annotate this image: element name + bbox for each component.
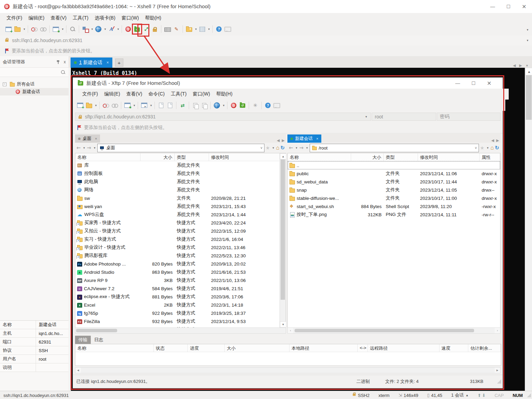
compose-button[interactable]: ✎ bbox=[172, 24, 181, 34]
file-row[interactable]: RPAxure RP 93KB快捷方式2022/1/10, 13:06 bbox=[75, 276, 286, 284]
layout-dropdown-icon[interactable]: ▾ bbox=[90, 27, 94, 31]
local-path-dropdown-icon[interactable]: ˅ bbox=[260, 146, 262, 150]
tree-expander-icon[interactable]: − bbox=[3, 82, 7, 86]
column-header-4[interactable]: 属性 bbox=[480, 153, 500, 161]
copy-alt-button[interactable] bbox=[200, 101, 209, 110]
menu-item-1[interactable]: 编辑(E) bbox=[25, 13, 48, 23]
xftp-close-icon[interactable]: ✕ bbox=[481, 78, 497, 89]
xftp-hscroll-right-icon[interactable]: ► bbox=[495, 368, 500, 373]
xshell-button[interactable]: @ bbox=[124, 24, 133, 34]
terminal-scrollbar[interactable]: ▲ bbox=[525, 68, 532, 391]
refresh-icon[interactable]: ↻ bbox=[495, 145, 499, 151]
menu-item-3[interactable]: 工具(T) bbox=[70, 13, 91, 23]
remote-hscroll-left-icon[interactable]: ‹ bbox=[288, 328, 293, 333]
menu-item-0[interactable]: 文件(F) bbox=[3, 13, 25, 23]
sidebar-item-all-sessions[interactable]: −所有会话 bbox=[0, 80, 69, 88]
favorites-icon[interactable]: ★ bbox=[480, 145, 484, 151]
address-dropdown-icon[interactable]: ▾ bbox=[526, 39, 529, 42]
lock-button[interactable] bbox=[150, 24, 159, 34]
file-row[interactable]: .. bbox=[288, 161, 500, 169]
file-row[interactable]: sw文件夹2020/8/28, 21:21 bbox=[75, 194, 286, 202]
local-vscrollbar[interactable]: ▲ ▼ bbox=[280, 153, 286, 327]
file-row[interactable]: PsAdobe Photoshop ...820 Bytes快捷方式2020/9… bbox=[75, 260, 286, 268]
remote-tab-close-icon[interactable]: × bbox=[316, 137, 318, 141]
help-button[interactable]: ? bbox=[214, 24, 223, 34]
column-header-2[interactable]: 类型 bbox=[175, 153, 209, 161]
file-row[interactable]: stable-diffusion-we...文件夹2023/10/17, 11:… bbox=[288, 194, 500, 202]
settings-gear-button[interactable]: ✳ bbox=[251, 101, 260, 110]
column-header-2[interactable]: 类型 bbox=[384, 153, 418, 161]
file-row[interactable]: public文件夹2023/12/14, 11:06drwxr-x bbox=[288, 169, 500, 178]
local-tab-close-icon[interactable]: × bbox=[95, 137, 97, 141]
transfer-column-6[interactable]: 远程路径 bbox=[368, 344, 440, 352]
grid-dropdown-icon[interactable]: ▾ bbox=[207, 27, 211, 31]
column-header-3[interactable]: 修改时间 bbox=[418, 153, 480, 161]
tab-list-icon[interactable]: ▼ bbox=[525, 64, 529, 68]
xftp-minimize-icon[interactable]: — bbox=[450, 78, 466, 89]
file-row[interactable]: snap文件夹2023/12/14, 11:05drwx-- bbox=[288, 186, 500, 194]
panel-close-icon[interactable]: x bbox=[64, 60, 66, 64]
grid-button[interactable] bbox=[198, 24, 207, 34]
new-tab-button[interactable]: + bbox=[115, 59, 123, 67]
open-folder-dropdown-icon[interactable]: ▾ bbox=[94, 104, 98, 107]
xftp-button[interactable]: ↺ bbox=[133, 24, 141, 34]
status-session-count[interactable]: 1 会话▲ bbox=[451, 392, 469, 398]
status-terminal-type[interactable]: xterm bbox=[379, 393, 390, 398]
local-scroll-up-icon[interactable]: ▲ bbox=[280, 153, 286, 159]
sidebar-splitter[interactable] bbox=[69, 68, 71, 391]
local-hscrollbar[interactable] bbox=[75, 327, 286, 334]
reconnect-button[interactable] bbox=[110, 101, 119, 110]
pin-icon[interactable] bbox=[56, 60, 60, 64]
transfer-column-4[interactable]: 本地路径 bbox=[289, 344, 358, 352]
file-row[interactable]: ↗腾讯影视库快捷方式2022/5/23, 12:30 bbox=[75, 252, 286, 260]
username-field[interactable]: root bbox=[372, 113, 436, 121]
back-dropdown-icon[interactable]: ▾ bbox=[83, 146, 86, 150]
session-dropdown-icon[interactable]: ▲ bbox=[466, 394, 469, 397]
forward-dropdown-icon[interactable]: ▾ bbox=[93, 146, 96, 150]
minimize-icon[interactable]: — bbox=[485, 0, 500, 13]
menu-item-5[interactable]: 窗口(W) bbox=[190, 89, 213, 100]
file-row[interactable]: 库系统文件夹 bbox=[75, 161, 286, 169]
file-row[interactable]: sd_webui_data文件夹2023/10/17, 11:44drwxr-x bbox=[288, 178, 500, 186]
remote-tab-scroll-left-icon[interactable]: ◀ bbox=[491, 138, 494, 143]
file-row[interactable]: 控制面板系统文件夹 bbox=[75, 169, 286, 178]
layout-button[interactable] bbox=[81, 24, 90, 34]
column-header-1[interactable]: 大小 bbox=[140, 153, 175, 161]
forward-dropdown-icon[interactable]: ▾ bbox=[305, 146, 309, 150]
back-icon[interactable]: ← bbox=[289, 145, 293, 151]
column-header-0[interactable]: 名称ˆ bbox=[75, 153, 140, 161]
resize-grip[interactable] bbox=[527, 393, 531, 397]
file-row[interactable]: ☁WPS云盘系统文件夹2023/12/14, 1:44 bbox=[75, 210, 286, 219]
run-button[interactable] bbox=[140, 101, 149, 110]
file-row[interactable]: ↗又拍云 - 快捷方式快捷方式2022/3/15, 12:09 bbox=[75, 227, 286, 235]
font-button[interactable]: A bbox=[107, 24, 116, 34]
transfer-column-7[interactable]: 速度 bbox=[440, 344, 469, 352]
transfer-column-0[interactable]: 名称 bbox=[75, 344, 154, 352]
session-properties-dropdown-icon[interactable]: ▾ bbox=[61, 27, 64, 31]
column-header-3[interactable]: 修改时间 bbox=[209, 153, 280, 161]
transfer-tab-0[interactable]: 传输 bbox=[75, 336, 91, 344]
run-dropdown-icon[interactable]: ▾ bbox=[149, 104, 153, 107]
menu-item-1[interactable]: 编辑(E) bbox=[101, 89, 123, 100]
xftp-address-combo[interactable]: sftp://iqn1.dc.houdeyun.cn:62931 ▾ bbox=[75, 113, 371, 121]
keyboard-button[interactable] bbox=[163, 24, 172, 34]
open-folder-dropdown-icon[interactable]: ▾ bbox=[23, 27, 26, 31]
refresh-icon[interactable]: ↻ bbox=[280, 145, 285, 151]
menu-item-4[interactable]: 选项卡(B) bbox=[91, 13, 119, 23]
remote-hscrollbar[interactable]: ‹ › bbox=[287, 327, 500, 334]
maximize-icon[interactable]: ☐ bbox=[500, 0, 516, 13]
terminal-scrollbar-thumb[interactable] bbox=[526, 75, 532, 120]
xftp-hscrollbar[interactable]: ◄ ► bbox=[75, 367, 500, 373]
forward-icon[interactable]: → bbox=[299, 145, 304, 151]
status-scroll-arrows[interactable]: ⬆⬇ bbox=[478, 393, 486, 398]
file-row[interactable]: fgfg765p922 Bytes快捷方式2019/3/25, 18:37 bbox=[75, 309, 286, 317]
file-row[interactable]: AAndroid Studio863 Bytes快捷方式2021/6/16, 2… bbox=[75, 268, 286, 276]
home-icon[interactable]: ⌂ bbox=[491, 145, 494, 151]
local-tab-scroll-right-icon[interactable]: ▶ bbox=[282, 138, 285, 143]
remote-hscroll-right-icon[interactable]: › bbox=[495, 328, 500, 333]
xftp-maximize-icon[interactable]: ☐ bbox=[466, 78, 481, 89]
transfer-column-8[interactable]: 估计剩余... bbox=[468, 344, 501, 352]
remote-path-dropdown-icon[interactable]: ˅ bbox=[475, 146, 477, 150]
tab-scroll-left-icon[interactable]: ◀ bbox=[513, 63, 516, 68]
transfer-column-3[interactable]: 大小 bbox=[225, 344, 289, 352]
